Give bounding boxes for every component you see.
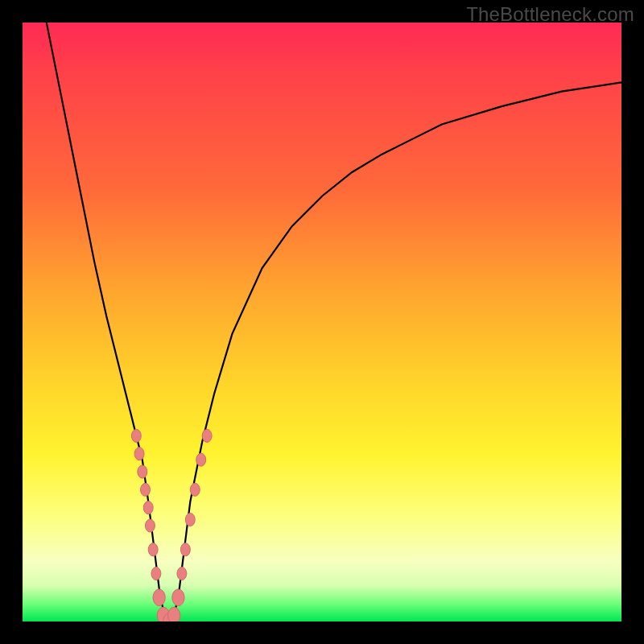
curve-marker [138,465,147,478]
curve-marker [131,429,141,442]
curve-markers [131,429,212,621]
curve-marker [151,567,161,580]
outer-frame: TheBottleneck.com [0,0,644,644]
curve-marker [177,567,187,580]
curve-marker [172,589,184,606]
curve-marker [153,589,165,606]
bottleneck-curve [47,23,621,621]
curve-marker [168,607,180,621]
watermark-text: TheBottleneck.com [466,3,634,26]
curve-marker [148,543,158,556]
curve-path [47,23,621,621]
curve-marker [196,453,206,466]
curve-layer [23,23,621,621]
curve-marker [134,448,144,460]
curve-marker [180,543,190,556]
curve-marker [146,519,155,532]
curve-marker [190,483,200,496]
curve-marker [143,502,153,514]
curve-marker [202,429,212,442]
curve-marker [141,483,151,496]
plot-area [23,23,621,621]
curve-marker [185,513,195,526]
